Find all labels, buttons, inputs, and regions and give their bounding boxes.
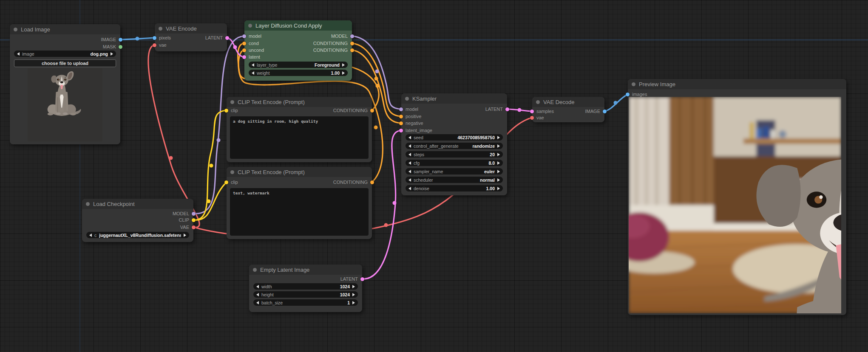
collapse-dot-icon[interactable]	[253, 268, 257, 272]
widget-seed[interactable]: seed 462370085958750	[406, 134, 503, 141]
uncond-slot-dot[interactable]	[242, 48, 246, 52]
node-header[interactable]: VAE Decode	[532, 97, 604, 107]
widget-scheduler[interactable]: scheduler normal	[406, 177, 503, 183]
input-slot-uncond[interactable]: uncond	[242, 47, 264, 53]
arrow-left-icon[interactable]	[408, 144, 411, 148]
images-slot-dot[interactable]	[626, 93, 630, 96]
collapse-dot-icon[interactable]	[632, 82, 635, 86]
conditioning-slot-dot[interactable]	[350, 42, 354, 45]
node-header[interactable]: Load Checkpoint	[82, 199, 193, 209]
arrow-right-icon[interactable]	[497, 170, 500, 173]
pixels-slot-dot[interactable]	[153, 36, 156, 40]
collapse-dot-icon[interactable]	[159, 27, 162, 31]
collapse-dot-icon[interactable]	[14, 28, 17, 31]
widget-layer-type[interactable]: layer_type Foreground	[249, 62, 348, 68]
cond-slot-dot[interactable]	[242, 42, 246, 45]
input-slot-positive[interactable]: positive	[399, 113, 421, 119]
node-load-image[interactable]: Load Image IMAGE MASK image dog.png choo…	[10, 24, 120, 144]
model-slot-dot[interactable]	[242, 34, 246, 38]
output-slot-image[interactable]: IMAGE	[101, 37, 122, 42]
image-slot-dot[interactable]	[603, 110, 607, 113]
arrow-left-icon[interactable]	[408, 170, 411, 173]
arrow-left-icon[interactable]	[252, 71, 254, 75]
input-slot-latent[interactable]: latent	[242, 54, 260, 60]
vae-slot-dot[interactable]	[192, 225, 196, 229]
arrow-left-icon[interactable]	[17, 52, 20, 56]
input-slot-model[interactable]: model	[399, 106, 418, 112]
input-slot-vae[interactable]: vae	[153, 42, 167, 48]
arrow-left-icon[interactable]	[408, 187, 411, 190]
widget-control-after-generate[interactable]: control_after_generate randomize	[406, 143, 503, 149]
widget-width[interactable]: width 1024	[253, 283, 358, 290]
clip-slot-dot[interactable]	[192, 218, 196, 222]
input-slot-images[interactable]: images	[626, 91, 647, 97]
collapse-dot-icon[interactable]	[230, 170, 234, 174]
arrow-left-icon[interactable]	[252, 63, 254, 67]
input-slot-negative[interactable]: negative	[399, 120, 423, 126]
node-header[interactable]: Preview Image	[628, 79, 846, 89]
node-vae-encode[interactable]: VAE Encode pixels vae LATENT	[155, 23, 227, 51]
output-slot-latent[interactable]: LATENT	[485, 106, 509, 112]
node-ksampler[interactable]: KSampler model positive negative latent_…	[401, 93, 507, 195]
latent-image-slot-dot[interactable]	[399, 129, 403, 132]
arrow-left-icon[interactable]	[408, 178, 411, 182]
samples-slot-dot[interactable]	[530, 110, 534, 113]
node-header[interactable]: VAE Encode	[155, 23, 227, 34]
arrow-left-icon[interactable]	[256, 285, 259, 288]
arrow-left-icon[interactable]	[256, 301, 259, 304]
arrow-left-icon[interactable]	[256, 293, 259, 296]
arrow-right-icon[interactable]	[497, 144, 500, 148]
node-header[interactable]: Empty Latent Image	[249, 265, 362, 275]
collapse-dot-icon[interactable]	[230, 100, 234, 104]
input-slot-clip[interactable]: clip	[224, 179, 238, 185]
clip-slot-dot[interactable]	[224, 109, 228, 113]
input-slot-samples[interactable]: samples	[530, 108, 554, 114]
node-vae-decode[interactable]: VAE Decode samples vae IMAGE	[532, 97, 604, 122]
input-slot-clip[interactable]: clip	[224, 107, 238, 113]
conditioning-slot-dot[interactable]	[370, 180, 374, 184]
widget-ckpt-name[interactable]: c juggernautXL_v8Rundiffusion.safetensor…	[86, 232, 189, 238]
output-slot-latent[interactable]: LATENT	[205, 35, 229, 41]
arrow-right-icon[interactable]	[352, 301, 355, 304]
arrow-right-icon[interactable]	[184, 234, 186, 237]
node-empty-latent-image[interactable]: Empty Latent Image LATENT width 1024 hei…	[249, 265, 362, 312]
collapse-dot-icon[interactable]	[248, 24, 252, 28]
latent-slot-dot[interactable]	[505, 107, 509, 111]
node-graph-canvas[interactable]: Load Image IMAGE MASK image dog.png choo…	[0, 0, 868, 352]
positive-slot-dot[interactable]	[399, 115, 403, 118]
model-slot-dot[interactable]	[192, 212, 196, 216]
output-slot-mask[interactable]: MASK	[103, 44, 122, 50]
widget-denoise[interactable]: denoise 1.00	[406, 185, 503, 191]
widget-sampler-name[interactable]: sampler_name euler	[406, 168, 503, 175]
arrow-right-icon[interactable]	[111, 52, 113, 56]
collapse-dot-icon[interactable]	[405, 97, 409, 101]
widget-batch-size[interactable]: batch_size 1	[253, 299, 358, 306]
conditioning-slot-dot[interactable]	[350, 48, 354, 52]
image-slot-dot[interactable]	[119, 38, 122, 42]
arrow-right-icon[interactable]	[352, 285, 355, 288]
arrow-right-icon[interactable]	[352, 293, 355, 296]
input-slot-cond[interactable]: cond	[242, 40, 259, 46]
arrow-right-icon[interactable]	[342, 63, 345, 67]
widget-height[interactable]: height 1024	[253, 291, 358, 298]
latent-slot-dot[interactable]	[225, 36, 229, 40]
output-slot-conditioning[interactable]: CONDITIONING	[333, 179, 374, 185]
latent-slot-dot[interactable]	[360, 277, 364, 281]
arrow-left-icon[interactable]	[89, 234, 92, 237]
node-clip-text-encode-negative[interactable]: CLIP Text Encode (Prompt) clip CONDITION…	[227, 167, 372, 239]
output-slot-image[interactable]: IMAGE	[585, 108, 607, 114]
model-slot-dot[interactable]	[399, 107, 403, 111]
prompt-text-area[interactable]: text, watermark	[230, 188, 369, 236]
input-slot-model[interactable]: model	[242, 33, 261, 39]
arrow-right-icon[interactable]	[497, 136, 500, 139]
vae-slot-dot[interactable]	[530, 116, 534, 120]
arrow-right-icon[interactable]	[497, 178, 500, 182]
choose-file-button[interactable]: choose file to upload	[14, 59, 116, 67]
node-load-checkpoint[interactable]: Load Checkpoint MODEL CLIP VAE c juggern…	[82, 199, 193, 242]
arrow-right-icon[interactable]	[497, 187, 500, 190]
node-clip-text-encode-positive[interactable]: CLIP Text Encode (Prompt) clip CONDITION…	[227, 97, 372, 162]
arrow-left-icon[interactable]	[408, 136, 411, 139]
arrow-left-icon[interactable]	[408, 161, 411, 165]
arrow-right-icon[interactable]	[497, 161, 500, 165]
node-header[interactable]: KSampler	[401, 93, 507, 104]
